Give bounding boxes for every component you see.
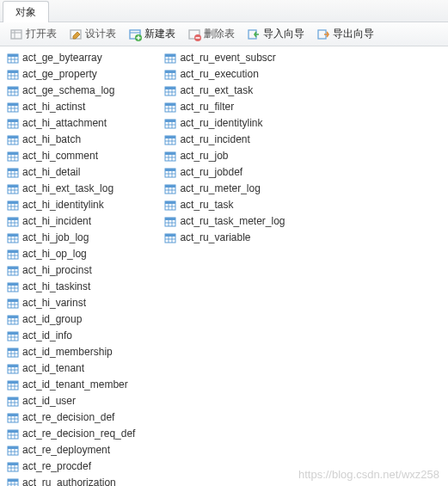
table-item[interactable]: act_ru_meter_log bbox=[163, 181, 286, 197]
table-item[interactable]: act_ru_job bbox=[163, 148, 286, 164]
table-item[interactable]: act_re_decision_req_def bbox=[5, 426, 137, 442]
svg-rect-165 bbox=[165, 87, 175, 89]
table-item[interactable]: act_ru_variable bbox=[163, 230, 286, 246]
import-wizard-button[interactable]: 导入向导 bbox=[242, 25, 309, 43]
table-item[interactable]: act_ru_execution bbox=[163, 66, 286, 83]
table-item[interactable]: act_hi_actinst bbox=[5, 99, 137, 115]
table-item[interactable]: act_re_procdef bbox=[5, 458, 137, 475]
table-icon bbox=[7, 314, 19, 326]
table-item-label: act_re_deployment bbox=[22, 443, 110, 458]
delete-table-button[interactable]: 删除表 bbox=[183, 25, 239, 43]
svg-rect-30 bbox=[8, 103, 18, 106]
table-item-label: act_ru_authorization bbox=[22, 476, 116, 486]
svg-rect-65 bbox=[8, 218, 18, 220]
table-icon bbox=[7, 379, 19, 391]
table-icon bbox=[164, 167, 176, 179]
table-item[interactable]: act_hi_detail bbox=[5, 164, 137, 181]
table-item[interactable]: act_ge_property bbox=[5, 66, 137, 83]
table-icon bbox=[7, 167, 19, 179]
table-item-label: act_id_group bbox=[22, 312, 82, 327]
table-icon bbox=[7, 85, 19, 97]
table-item[interactable]: act_hi_ext_task_log bbox=[5, 181, 137, 197]
table-item[interactable]: act_id_group bbox=[5, 311, 137, 328]
table-item[interactable]: act_ru_event_subscr bbox=[163, 50, 286, 66]
svg-rect-60 bbox=[8, 201, 18, 204]
table-item-label: act_ge_schema_log bbox=[22, 83, 114, 98]
table-item[interactable]: act_id_info bbox=[5, 328, 137, 344]
table-item[interactable]: act_hi_comment bbox=[5, 148, 137, 164]
table-item[interactable]: act_hi_varinst bbox=[5, 295, 137, 311]
table-icon bbox=[7, 477, 19, 487]
table-item[interactable]: act_ru_ext_task bbox=[163, 83, 286, 99]
tab-objects[interactable]: 对象 bbox=[3, 1, 49, 22]
export-wizard-button[interactable]: 导出向导 bbox=[312, 25, 378, 43]
table-item[interactable]: act_ru_jobdef bbox=[163, 164, 286, 181]
table-item[interactable]: act_hi_batch bbox=[5, 132, 137, 148]
table-item-label: act_re_decision_req_def bbox=[22, 427, 135, 441]
table-item-label: act_ru_filter bbox=[180, 100, 234, 114]
table-icon bbox=[7, 298, 19, 310]
table-icon bbox=[7, 232, 19, 244]
table-item[interactable]: act_ru_task_meter_log bbox=[163, 213, 286, 230]
table-item[interactable]: act_ge_bytearray bbox=[5, 50, 137, 66]
svg-rect-120 bbox=[8, 397, 18, 400]
table-item[interactable]: act_hi_attachment bbox=[5, 115, 137, 132]
open-table-button[interactable]: 打开表 bbox=[5, 25, 61, 43]
table-list-area: act_ge_bytearrayact_ge_propertyact_ge_sc… bbox=[0, 46, 448, 486]
table-item[interactable]: act_id_membership bbox=[5, 344, 137, 360]
table-item-label: act_id_membership bbox=[22, 345, 113, 360]
tab-bar: 对象 bbox=[0, 0, 448, 22]
svg-rect-75 bbox=[8, 250, 18, 253]
table-item-label: act_hi_batch bbox=[22, 132, 81, 147]
table-icon bbox=[7, 428, 19, 440]
table-item[interactable]: act_re_decision_def bbox=[5, 409, 137, 426]
table-item[interactable]: act_id_tenant bbox=[5, 360, 137, 377]
table-item-label: act_ru_job bbox=[180, 149, 228, 163]
table-item-label: act_id_tenant bbox=[22, 361, 84, 376]
open-table-icon bbox=[9, 28, 23, 41]
table-item[interactable]: act_id_tenant_member bbox=[5, 377, 137, 393]
toolbar: 打开表 设计表 新建表 删除表 导入向导 导出向导 bbox=[0, 22, 448, 46]
table-item-label: act_hi_job_log bbox=[22, 231, 89, 245]
table-icon bbox=[7, 200, 19, 212]
svg-rect-195 bbox=[165, 185, 175, 188]
table-item[interactable]: act_ru_task bbox=[163, 197, 286, 213]
svg-rect-35 bbox=[8, 120, 18, 122]
table-item[interactable]: act_ge_schema_log bbox=[5, 83, 137, 99]
table-item[interactable]: act_hi_procinst bbox=[5, 262, 137, 279]
table-item[interactable]: act_ru_filter bbox=[163, 99, 286, 115]
svg-rect-20 bbox=[8, 71, 18, 73]
table-item[interactable]: act_ru_authorization bbox=[5, 475, 137, 486]
table-item[interactable]: act_id_user bbox=[5, 393, 137, 409]
table-icon bbox=[164, 183, 176, 195]
table-item-label: act_hi_attachment bbox=[22, 116, 107, 131]
open-table-label: 打开表 bbox=[26, 27, 57, 41]
table-icon bbox=[7, 134, 19, 146]
table-item[interactable]: act_hi_incident bbox=[5, 213, 137, 230]
svg-rect-25 bbox=[8, 87, 18, 89]
table-item[interactable]: act_hi_taskinst bbox=[5, 279, 137, 295]
table-item[interactable]: act_ru_identitylink bbox=[163, 115, 286, 132]
table-icon bbox=[164, 200, 176, 212]
table-icon bbox=[7, 363, 19, 375]
table-item[interactable]: act_hi_op_log bbox=[5, 246, 137, 262]
svg-rect-210 bbox=[165, 234, 175, 237]
table-item[interactable]: act_ru_incident bbox=[163, 132, 286, 148]
table-icon bbox=[7, 69, 19, 81]
table-item-label: act_ge_property bbox=[22, 67, 97, 82]
table-icon bbox=[7, 461, 19, 473]
table-icon bbox=[164, 216, 176, 228]
design-table-button[interactable]: 设计表 bbox=[64, 25, 120, 43]
new-table-icon bbox=[128, 28, 142, 41]
table-icon bbox=[7, 330, 19, 342]
svg-rect-125 bbox=[8, 414, 18, 416]
svg-rect-180 bbox=[165, 136, 175, 138]
table-item[interactable]: act_hi_job_log bbox=[5, 230, 137, 246]
table-item[interactable]: act_hi_identitylink bbox=[5, 197, 137, 213]
table-icon bbox=[7, 102, 19, 114]
design-table-icon bbox=[69, 28, 83, 41]
table-icon bbox=[7, 183, 19, 195]
svg-rect-40 bbox=[8, 136, 18, 138]
table-item[interactable]: act_re_deployment bbox=[5, 442, 137, 458]
new-table-button[interactable]: 新建表 bbox=[124, 25, 180, 43]
